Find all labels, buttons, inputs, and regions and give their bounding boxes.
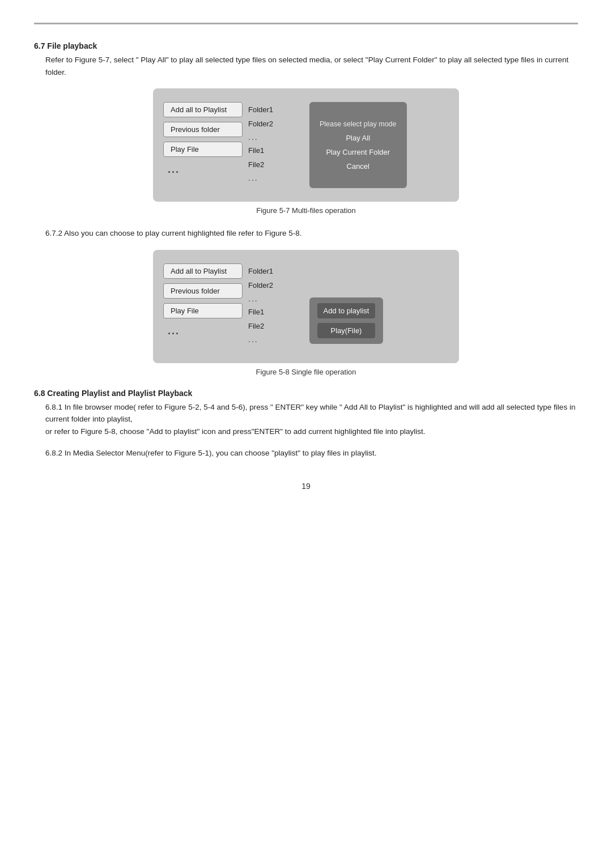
figure1-btn-add-all: Add all to Playlist: [163, 102, 243, 117]
sub2-number: 6.8.2: [45, 449, 62, 457]
figure1-middle-panel: Folder1 Folder2 ... File1 File2 ...: [248, 102, 299, 188]
fig1-dots1: ...: [248, 133, 299, 142]
popup1-play-all: Play All: [320, 134, 397, 142]
top-border: [34, 23, 578, 24]
figure-5-8-container: Add all to Playlist Previous folder Play…: [147, 250, 465, 363]
figure1-btn-play-file: Play File: [163, 142, 243, 157]
sub2-text: In Media Selector Menu(refer to Figure 5…: [65, 449, 377, 457]
sub1-number: 6.8.1: [45, 403, 62, 411]
sub1-text-content: In file browser mode( refer to Figure 5-…: [45, 403, 575, 424]
fig1-dots2: ...: [248, 173, 299, 182]
figure2-middle-panel: Folder1 Folder2 ... File1 File2 ...: [248, 263, 299, 350]
body-text-6-7-1: Refer to Figure 5-7, select " Play All" …: [45, 54, 578, 78]
fig2-folder1: Folder1: [248, 266, 299, 276]
section-6-8: 6.8 Creating Playlist and Playlist Playb…: [34, 389, 578, 459]
popup1-header: Please select play mode: [320, 120, 397, 128]
popup2-add-playlist: Add to playlist: [317, 303, 375, 318]
figure1-btn-previous: Previous folder: [163, 122, 243, 137]
figure2-btn-play-file: Play File: [163, 303, 243, 318]
fig2-dots1: ...: [248, 294, 299, 303]
section-title-6-7: 6.7 File playback: [34, 41, 578, 50]
sub1-text2-content: or refer to Figure 5-8, choose "Add to p…: [45, 427, 426, 436]
figure-5-7-caption: Figure 5-7 Multi-files operation: [34, 206, 578, 215]
figure-5-8-caption: Figure 5-8 Single file operation: [34, 368, 578, 376]
figure-5-7-box: Add all to Playlist Previous folder Play…: [153, 88, 459, 202]
fig1-folder1: Folder1: [248, 104, 299, 115]
figure2-btn-add-all: Add all to Playlist: [163, 263, 243, 279]
body-text-6-8-2: 6.8.2 In Media Selector Menu(refer to Fi…: [45, 447, 578, 459]
fig1-file2: File2: [248, 159, 299, 170]
fig1-folder2: Folder2: [248, 118, 299, 129]
section-6-7: 6.7 File playback Refer to Figure 5-7, s…: [34, 41, 578, 78]
body-text-6-8-1: 6.8.1 In file browser mode( refer to Fig…: [45, 401, 578, 438]
fig2-dots2: ...: [248, 335, 299, 344]
fig2-folder2: Folder2: [248, 280, 299, 291]
figure2-left-dots: ...: [168, 325, 243, 337]
popup2-play-file: Play(File): [317, 323, 375, 338]
page-number: 19: [34, 482, 578, 491]
popup1-cancel: Cancel: [320, 162, 397, 171]
figure2-left-panel: Add all to Playlist Previous folder Play…: [163, 263, 243, 350]
figure-5-7-container: Add all to Playlist Previous folder Play…: [147, 88, 465, 202]
fig2-file2: File2: [248, 321, 299, 331]
fig1-file1: File1: [248, 145, 299, 156]
fig2-file1: File1: [248, 307, 299, 317]
popup1-play-folder: Play Current Folder: [320, 148, 397, 156]
figure2-btn-previous: Previous folder: [163, 283, 243, 299]
section-title-6-8: 6.8 Creating Playlist and Playlist Playb…: [34, 389, 578, 398]
figure1-left-dots: ...: [168, 164, 243, 176]
figure1-left-panel: Add all to Playlist Previous folder Play…: [163, 102, 243, 188]
figure1-right-popup: Please select play mode Play All Play Cu…: [309, 102, 407, 188]
figure2-right-popup: Add to playlist Play(File): [309, 297, 383, 344]
text-6-7-2: 6.7.2 Also you can choose to play curren…: [45, 227, 578, 240]
figure-5-8-box: Add all to Playlist Previous folder Play…: [153, 250, 459, 363]
